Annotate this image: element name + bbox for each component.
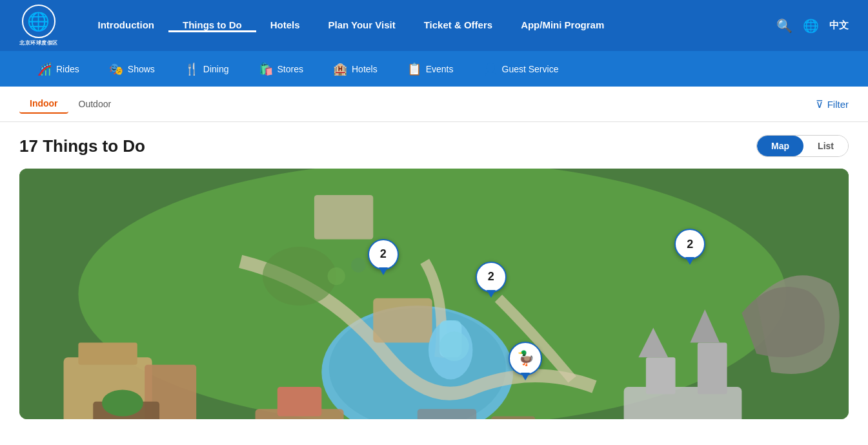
map-pin-icon[interactable]: 🦆 [509,342,542,375]
map-pin-bubble-3: 2 [674,229,705,260]
svg-point-19 [439,331,469,361]
filter-label: Filter [827,99,849,110]
filter-tab-indoor[interactable]: Indoor [19,94,68,114]
filter-funnel-icon: ⊽ [816,98,823,110]
rides-icon: 🎢 [37,62,52,76]
map-view-button[interactable]: Map [757,136,803,156]
shows-icon: 🎭 [109,62,123,76]
sec-nav-stores[interactable]: 🛍️ Stores [247,62,315,76]
logo-circle: 🌐 [22,5,56,38]
sec-nav-rides-label: Rides [56,64,79,74]
svg-rect-16 [698,342,727,394]
sec-nav-guest-service-label: Guest Service [502,64,559,74]
map-pin-count-1: 2 [380,247,387,261]
top-nav-right: 🔍 🌐 中文 [776,18,849,34]
logo[interactable]: 🌐 北京环球度假区 [19,5,58,47]
filter-button[interactable]: ⊽ Filter [816,98,849,110]
sec-nav-shows-label: Shows [128,64,155,74]
sec-nav-events-label: Events [426,64,454,74]
map-pin-bubble-2: 2 [476,262,507,293]
top-nav-links: Introduction Things to Do Hotels Plan Yo… [84,19,777,32]
list-view-button[interactable]: List [803,136,848,156]
svg-point-18 [263,247,336,305]
svg-rect-5 [78,342,137,364]
globe-button[interactable]: 🌐 [803,18,819,34]
map-pin-count-3: 2 [687,238,693,251]
svg-rect-11 [373,298,432,343]
map-pin-3[interactable]: 2 [674,229,705,260]
duck-icon: 🦆 [517,350,534,367]
filter-row: Indoor Outdoor ⊽ Filter [0,87,868,122]
hotels-icon: 🏨 [333,62,347,76]
svg-rect-22 [418,409,476,419]
sec-nav-dining[interactable]: 🍴 Dining [173,62,241,76]
dining-icon: 🍴 [185,62,199,76]
park-map[interactable]: 2 2 2 🦆 [19,169,849,419]
map-pin-bubble-1: 2 [368,239,399,270]
sec-nav-stores-label: Stores [278,64,303,74]
nav-plan-your-visit[interactable]: Plan Your Visit [314,19,409,32]
nav-app-mini-program[interactable]: App/Mini Program [507,19,618,32]
logo-subtitle: 北京环球度假区 [19,39,58,47]
logo-globe-icon: 🌐 [27,11,50,32]
page-title: 17 Things to Do [19,136,145,156]
top-navigation: 🌐 北京环球度假区 Introduction Things to Do Hote… [0,0,868,51]
map-pin-duck-icon: 🦆 [509,342,542,375]
map-pin-count-2: 2 [488,270,494,284]
guest-service-icon: 👤 [483,62,498,76]
nav-things-to-do[interactable]: Things to Do [168,19,256,32]
view-toggle: Map List [756,135,849,157]
nav-introduction[interactable]: Introduction [84,19,168,32]
svg-point-8 [102,389,143,416]
sec-nav-dining-label: Dining [203,64,229,74]
sec-nav-hotels[interactable]: 🏨 Hotels [321,62,389,76]
sec-nav-shows[interactable]: 🎭 Shows [97,62,167,76]
map-pin-2[interactable]: 2 [476,262,507,293]
map-pin-1[interactable]: 2 [368,239,399,270]
svg-rect-17 [314,195,373,240]
content-header: 17 Things to Do Map List [19,135,849,157]
svg-point-20 [327,267,345,285]
sec-nav-events[interactable]: 📋 Events [396,62,465,76]
nav-hotels[interactable]: Hotels [256,19,314,32]
sec-nav-hotels-label: Hotels [352,64,378,74]
filter-tab-outdoor[interactable]: Outdoor [68,95,122,113]
nav-ticket-offers[interactable]: Ticket & Offers [410,19,507,32]
svg-rect-10 [278,387,322,417]
svg-point-21 [351,258,366,273]
svg-rect-15 [646,357,676,394]
language-button[interactable]: 中文 [829,19,849,32]
content-area: 17 Things to Do Map List [0,122,868,432]
stores-icon: 🛍️ [259,62,273,76]
events-icon: 📋 [407,62,421,76]
sec-nav-guest-service[interactable]: 👤 Guest Service [472,62,570,76]
sec-nav-rides[interactable]: 🎢 Rides [26,62,91,76]
svg-rect-23 [491,417,536,419]
search-button[interactable]: 🔍 [776,18,792,34]
secondary-navigation: 🎢 Rides 🎭 Shows 🍴 Dining 🛍️ Stores 🏨 Hot… [0,51,868,87]
